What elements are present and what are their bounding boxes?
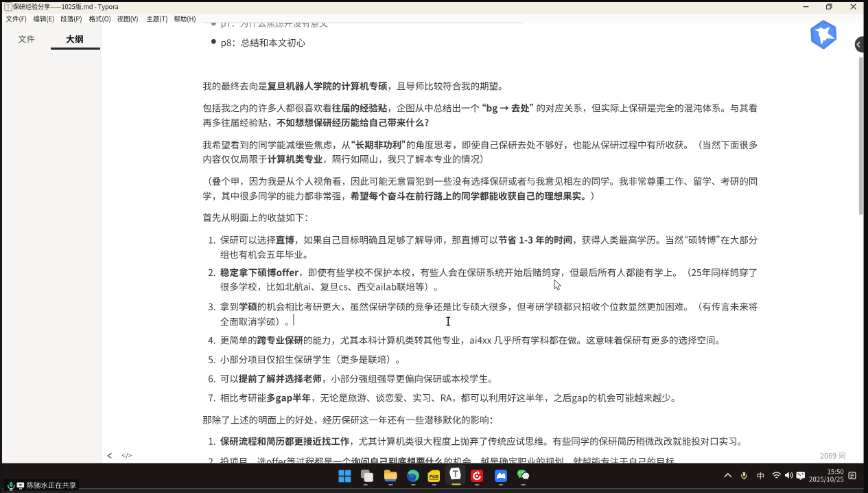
- svg-text:PUB: PUB: [430, 474, 439, 479]
